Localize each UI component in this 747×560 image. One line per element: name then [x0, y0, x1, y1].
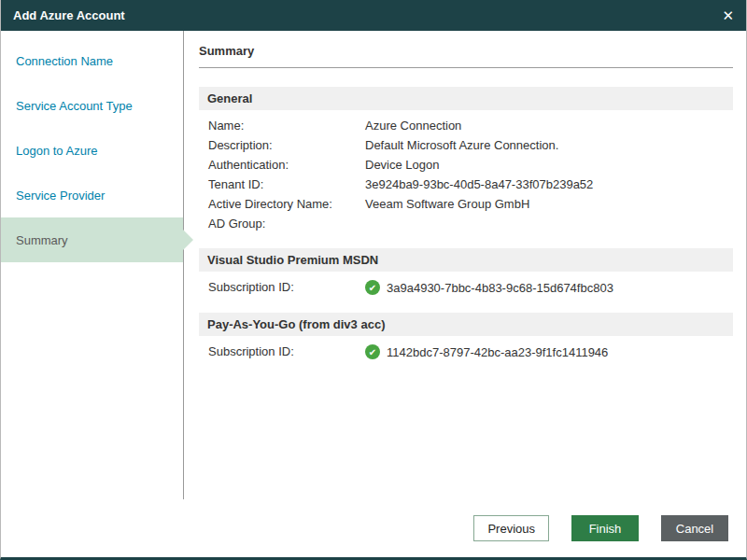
- row-label: Subscription ID:: [208, 280, 365, 294]
- row-label: Authentication:: [208, 158, 365, 172]
- row-value: ✔ 1142bdc7-8797-42bc-aa23-9f1fc1411946: [365, 344, 608, 359]
- sidebar-item-label: Service Account Type: [16, 99, 133, 113]
- section-rows-vs-premium-msdn: Subscription ID: ✔ 3a9a4930-7bbc-4b83-9c…: [199, 272, 733, 298]
- summary-row: Description: Default Microsoft Azure Con…: [199, 135, 733, 155]
- title-divider: [199, 67, 733, 68]
- finish-button[interactable]: Finish: [571, 515, 639, 541]
- subscription-id-value: 1142bdc7-8797-42bc-aa23-9f1fc1411946: [387, 345, 608, 359]
- summary-row: AD Group:: [199, 214, 733, 233]
- main-area: Connection Name Service Account Type Log…: [1, 31, 746, 499]
- subscription-id-value: 3a9a4930-7bbc-4b83-9c68-15d674fbc803: [387, 281, 613, 295]
- wizard-sidebar: Connection Name Service Account Type Log…: [1, 31, 184, 499]
- section-header-pay-as-you-go: Pay-As-You-Go (from div3 acc): [199, 313, 733, 336]
- add-azure-account-dialog: Add Azure Account ✕ Connection Name Serv…: [0, 0, 747, 560]
- sidebar-item-label: Service Provider: [16, 189, 105, 203]
- sidebar-item-connection-name[interactable]: Connection Name: [1, 38, 183, 83]
- footer-buttons: Previous Finish Cancel: [1, 499, 746, 557]
- titlebar: Add Azure Account ✕: [1, 0, 746, 31]
- row-label: Active Directory Name:: [208, 197, 365, 211]
- sidebar-item-summary[interactable]: Summary: [1, 217, 183, 262]
- row-value: Veeam Software Group GmbH: [365, 197, 529, 211]
- row-label: AD Group:: [208, 217, 365, 231]
- row-value: 3e924ba9-93bc-40d5-8a47-33f07b239a52: [365, 177, 593, 191]
- check-icon: ✔: [365, 344, 380, 359]
- summary-row: Subscription ID: ✔ 1142bdc7-8797-42bc-aa…: [199, 342, 733, 362]
- summary-row: Active Directory Name: Veeam Software Gr…: [199, 194, 733, 214]
- sidebar-item-label: Logon to Azure: [16, 144, 97, 158]
- sidebar-item-label: Connection Name: [16, 54, 113, 68]
- sidebar-item-service-account-type[interactable]: Service Account Type: [1, 83, 183, 128]
- row-value: ✔ 3a9a4930-7bbc-4b83-9c68-15d674fbc803: [365, 280, 613, 295]
- summary-row: Authentication: Device Logon: [199, 155, 733, 175]
- row-value: Device Logon: [365, 158, 440, 172]
- section-header-vs-premium-msdn: Visual Studio Premium MSDN: [199, 248, 733, 272]
- summary-row: Subscription ID: ✔ 3a9a4930-7bbc-4b83-9c…: [199, 277, 733, 298]
- section-rows-pay-as-you-go: Subscription ID: ✔ 1142bdc7-8797-42bc-aa…: [199, 336, 733, 362]
- summary-row: Tenant ID: 3e924ba9-93bc-40d5-8a47-33f07…: [199, 175, 733, 194]
- section-header-general: General: [199, 87, 733, 110]
- cancel-button[interactable]: Cancel: [661, 515, 728, 541]
- row-label: Subscription ID:: [208, 344, 365, 358]
- summary-content: Summary General Name: Azure Connection D…: [184, 31, 746, 499]
- row-label: Tenant ID:: [208, 177, 365, 191]
- row-value: Default Microsoft Azure Connection.: [365, 138, 558, 152]
- sidebar-item-logon-to-azure[interactable]: Logon to Azure: [1, 128, 183, 173]
- section-rows-general: Name: Azure Connection Description: Defa…: [199, 110, 733, 233]
- window-title: Add Azure Account: [13, 8, 125, 22]
- row-label: Name:: [208, 119, 365, 133]
- sidebar-item-service-provider[interactable]: Service Provider: [1, 173, 183, 217]
- sidebar-item-label: Summary: [16, 233, 68, 247]
- page-title: Summary: [199, 44, 733, 58]
- summary-row: Name: Azure Connection: [199, 116, 733, 135]
- row-value: Azure Connection: [365, 119, 461, 133]
- previous-button[interactable]: Previous: [473, 515, 549, 541]
- row-label: Description:: [208, 138, 365, 152]
- check-icon: ✔: [365, 280, 380, 295]
- close-icon[interactable]: ✕: [722, 8, 734, 22]
